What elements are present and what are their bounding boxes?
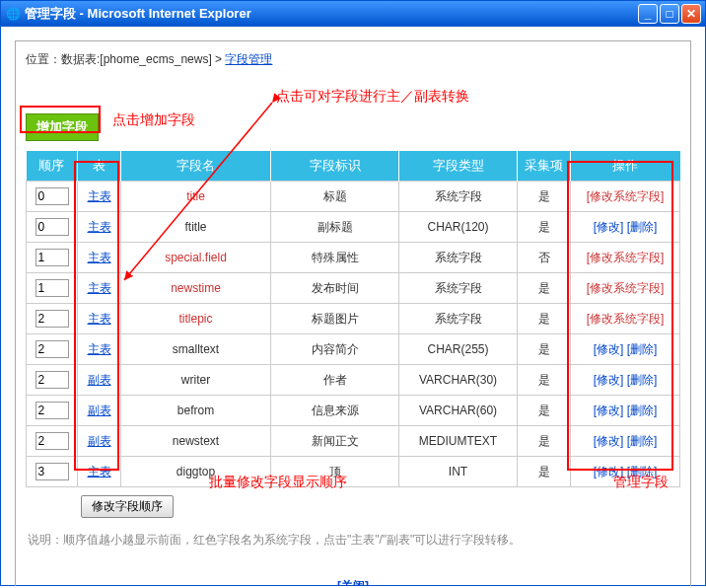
field-type: CHAR(120) [399, 212, 518, 243]
field-collect: 否 [518, 243, 571, 273]
modify-link[interactable]: [修改] [594, 342, 624, 356]
table-row: 副表writer作者VARCHAR(30)是[修改] [删除] [27, 365, 680, 396]
content-area: 位置：数据表:[phome_ecms_news] > 字段管理 增加字段 顺序 … [1, 27, 705, 585]
field-op: [修改] [删除] [571, 426, 680, 457]
delete-link[interactable]: [删除] [627, 220, 658, 234]
delete-link[interactable]: [删除] [627, 404, 658, 417]
field-op: [修改系统字段] [571, 243, 680, 273]
col-collect: 采集项 [518, 151, 571, 182]
modify-sys-link[interactable]: [修改系统字段] [587, 251, 665, 264]
close-link[interactable]: [关闭] [337, 579, 369, 586]
order-input[interactable] [35, 402, 69, 419]
delete-link[interactable]: [删除] [627, 342, 658, 356]
delete-link[interactable]: [删除] [627, 373, 658, 387]
table-row: 主表newstime发布时间系统字段是[修改系统字段] [27, 273, 680, 304]
window-controls: _ □ ✕ [638, 4, 701, 24]
modify-sys-link[interactable]: [修改系统字段] [587, 312, 665, 326]
field-collect: 是 [518, 334, 571, 365]
field-op: [修改] [删除] [571, 396, 680, 426]
modify-link[interactable]: [修改] [594, 434, 624, 448]
field-type: 系统字段 [399, 243, 518, 273]
order-input[interactable] [35, 187, 69, 205]
modify-link[interactable]: [修改] [594, 465, 624, 478]
field-op: [修改] [删除] [571, 457, 680, 487]
table-switch-link[interactable]: 主表 [88, 342, 111, 356]
close-link-row: [关闭] [26, 558, 680, 586]
order-input[interactable] [35, 249, 69, 266]
col-order: 顺序 [27, 151, 78, 182]
modify-link[interactable]: [修改] [594, 373, 624, 387]
table-row: 主表ftitle副标题CHAR(120)是[修改] [删除] [27, 212, 680, 243]
field-name: writer [181, 373, 210, 387]
order-input[interactable] [35, 279, 69, 297]
modify-link[interactable]: [修改] [594, 220, 624, 234]
col-op: 操作 [571, 151, 680, 182]
field-name: ftitle [184, 220, 206, 234]
field-ident: 发布时间 [271, 273, 399, 304]
table-row: 副表befrom信息来源VARCHAR(60)是[修改] [删除] [27, 396, 680, 426]
maximize-button[interactable]: □ [660, 4, 679, 24]
field-name: befrom [177, 404, 214, 417]
field-ident: 作者 [271, 365, 399, 396]
field-collect: 是 [518, 365, 571, 396]
table-switch-link[interactable]: 副表 [88, 434, 111, 448]
order-input[interactable] [35, 371, 69, 389]
field-type: MEDIUMTEXT [399, 426, 518, 457]
delete-link[interactable]: [删除] [627, 434, 658, 448]
field-op: [修改系统字段] [571, 273, 680, 304]
field-name: title [186, 189, 205, 203]
table-switch-link[interactable]: 副表 [88, 404, 111, 417]
delete-link[interactable]: [删除] [627, 465, 658, 478]
field-name: diggtop [176, 465, 215, 478]
field-type: 系统字段 [399, 304, 518, 334]
table-switch-link[interactable]: 主表 [88, 281, 111, 295]
field-collect: 是 [518, 396, 571, 426]
field-type: CHAR(255) [399, 334, 518, 365]
field-collect: 是 [518, 182, 571, 212]
table-row: 主表titlepic标题图片系统字段是[修改系统字段] [27, 304, 680, 334]
field-ident: 标题 [271, 182, 399, 212]
window: 🌐 管理字段 - Microsoft Internet Explorer _ □… [0, 0, 706, 586]
field-collect: 是 [518, 426, 571, 457]
modify-order-button[interactable]: 修改字段顺序 [81, 495, 174, 518]
order-input[interactable] [35, 432, 69, 450]
table-header-row: 顺序 表 字段名 字段标识 字段类型 采集项 操作 [27, 151, 680, 182]
table-row: 主表title标题系统字段是[修改系统字段] [27, 182, 680, 212]
table-switch-link[interactable]: 主表 [88, 251, 111, 264]
add-field-button[interactable]: 增加字段 [26, 113, 99, 141]
col-type: 字段类型 [399, 151, 518, 182]
field-type: INT [399, 457, 518, 487]
breadcrumb-current[interactable]: 字段管理 [225, 52, 272, 66]
table-switch-link[interactable]: 副表 [88, 373, 111, 387]
field-op: [修改] [删除] [571, 365, 680, 396]
close-button[interactable]: ✕ [681, 4, 701, 24]
field-name: special.field [165, 251, 227, 264]
order-input[interactable] [35, 463, 69, 480]
order-input[interactable] [35, 340, 69, 358]
col-ident: 字段标识 [271, 151, 399, 182]
field-ident: 信息来源 [271, 396, 399, 426]
breadcrumb-prefix: 位置：数据表:[phome_ecms_news] > [26, 52, 225, 66]
modify-sys-link[interactable]: [修改系统字段] [587, 189, 665, 203]
field-ident: 特殊属性 [271, 243, 399, 273]
table-switch-link[interactable]: 主表 [88, 189, 111, 203]
field-op: [修改系统字段] [571, 304, 680, 334]
table-switch-link[interactable]: 主表 [88, 312, 111, 326]
annotate-add-text: 点击增加字段 [112, 110, 195, 130]
window-title: 管理字段 - Microsoft Internet Explorer [25, 5, 638, 23]
minimize-button[interactable]: _ [638, 4, 658, 24]
table-switch-link[interactable]: 主表 [88, 465, 111, 478]
field-ident: 顶 [271, 457, 399, 487]
order-input[interactable] [35, 310, 69, 328]
field-ident: 新闻正文 [271, 426, 399, 457]
order-input[interactable] [35, 218, 69, 236]
footer-row: 修改字段顺序 [26, 489, 680, 524]
field-ident: 标题图片 [271, 304, 399, 334]
field-name: newstext [173, 434, 219, 448]
table-switch-link[interactable]: 主表 [88, 220, 111, 234]
modify-sys-link[interactable]: [修改系统字段] [587, 281, 665, 295]
col-table: 表 [78, 151, 121, 182]
field-name: newstime [171, 281, 221, 295]
modify-link[interactable]: [修改] [594, 404, 624, 417]
field-collect: 是 [518, 212, 571, 243]
